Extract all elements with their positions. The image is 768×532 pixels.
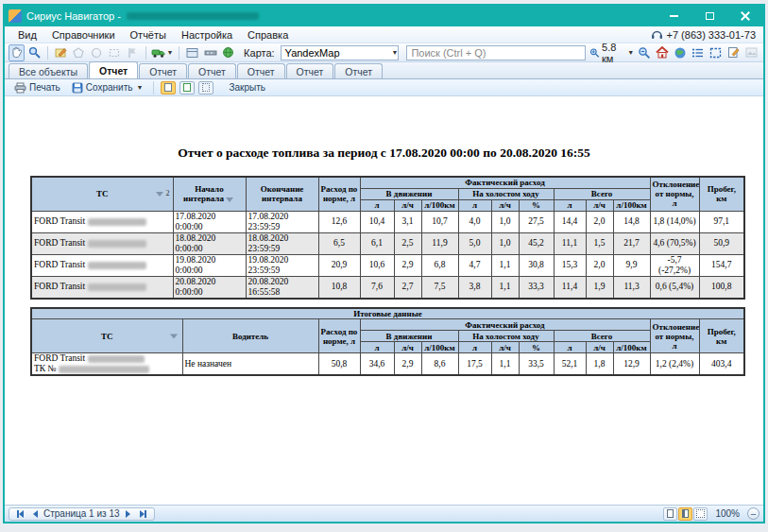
object-list-button[interactable] [690,44,706,61]
totals-table: Итоговые данные ТС Водитель Расход по но… [30,307,745,377]
vehicle-menu-button[interactable]: ▼ [150,44,174,61]
pencil-map-icon [55,46,67,59]
multi-page-button[interactable] [198,81,213,94]
tab-report-5[interactable]: Отчет [286,63,334,78]
col-header-tc[interactable]: ТС [31,319,182,353]
fit-page-button[interactable] [179,81,195,94]
value-cell: 12,9 [613,353,650,376]
zoom-tool-button[interactable] [26,44,43,61]
image-button [743,44,759,61]
col-header-mileage[interactable]: Пробег, км [699,319,744,353]
edit-map-button[interactable] [53,44,69,61]
fit-width-view-button[interactable] [678,507,692,521]
first-page-button[interactable] [13,508,26,520]
pan-tool-button[interactable] [9,44,25,61]
unit-header: л/100км [613,199,650,211]
next-page-button[interactable] [122,508,135,520]
geo-tools-button[interactable] [220,44,236,61]
redacted-plate [88,283,146,291]
zoom-page-button[interactable] [161,81,176,94]
col-header-end[interactable]: Окончание интервала [246,177,318,211]
prev-page-button[interactable] [28,508,42,520]
deviation-cell: 1,8 (14,0%) [650,211,699,232]
map-provider-value: YandexMap [285,47,391,59]
tab-report-4[interactable]: Отчет [237,63,285,78]
zoom-out-button[interactable] [636,44,652,61]
save-button[interactable]: Сохранить ▼ [68,81,147,94]
title-bar: Сириус Навигатор - [5,6,763,26]
value-cell: 2,9 [394,353,421,376]
menu-spravochniki[interactable]: Справочники [44,28,123,42]
zoom-out-slider-button[interactable]: − [747,507,759,520]
tab-report-6[interactable]: Отчет [334,63,383,78]
notes-button[interactable] [725,44,742,61]
select-area-button[interactable] [708,44,724,61]
last-page-button[interactable] [137,508,150,520]
table-row[interactable]: FORD Transit 17.08.2020 0:00:00 17.08.20… [31,211,744,232]
draw-circle-button [89,44,105,61]
tab-report-3[interactable]: Отчет [188,63,236,78]
minimize-icon [670,15,678,17]
single-page-view-button[interactable] [663,507,677,521]
col-header-idle: На холостом ходу [458,188,554,199]
table-row[interactable]: FORD Transit 20.08.2020 0:00:00 20.08.20… [31,276,744,299]
col-header-total: Всего [554,188,650,199]
panels-button[interactable] [184,44,200,61]
unit-header: л/100км [421,342,458,353]
close-report-button[interactable]: Закрыть [225,81,269,94]
print-button[interactable]: Печать [10,81,64,94]
redacted-company-name [127,12,259,20]
map-provider-select[interactable]: YandexMap ▼ [281,45,400,60]
col-header-norm[interactable]: Расход по норме, л [318,319,360,353]
col-header-norm[interactable]: Расход по норме, л [318,177,360,211]
world-map-button[interactable] [672,44,688,61]
panel-icon [186,47,198,59]
table-row[interactable]: FORD Transit ТК № Не назначен 50,8 34,6 … [31,353,744,376]
maximize-button[interactable] [691,6,727,26]
deviation-cell: -5,7 (-27,2%) [650,254,699,276]
col-header-mileage[interactable]: Пробег, км [699,177,744,211]
minimize-button[interactable] [656,6,691,26]
single-page-icon [667,509,674,518]
tab-label: Отчет [345,66,372,77]
table-row[interactable]: FORD Transit 18.08.2020 0:00:00 18.08.20… [31,232,744,254]
norm-cell: 50,8 [318,353,360,376]
circle-icon [91,47,102,59]
table-row[interactable]: FORD Transit 19.08.2020 0:00:00 19.08.20… [31,254,744,276]
col-header-start[interactable]: Начало интервала [173,177,246,211]
multi-page-view-button[interactable] [693,507,708,521]
col-header-moving: В движении [360,331,458,342]
zoom-out-icon [638,46,651,60]
hand-icon [10,46,23,59]
close-button[interactable] [727,6,763,26]
col-label: ТС [101,332,113,341]
col-header-deviation[interactable]: Отклонение от нормы, л [650,319,699,353]
tab-all-objects[interactable]: Все объекты [9,63,88,78]
route-button[interactable] [202,44,218,61]
home-button[interactable] [654,44,670,61]
menu-spravka[interactable]: Справка [240,28,296,42]
first-page-icon [19,510,24,518]
norm-cell: 12,6 [318,211,360,232]
tab-report-2[interactable]: Отчет [139,63,187,78]
start-cell: 19.08.2020 0:00:00 [173,254,246,276]
col-header-tc[interactable]: ТС 2 [31,177,173,211]
polygon-icon [73,47,84,59]
map-scale-control[interactable]: 5.8 км ▼ [589,42,634,64]
unit-header: л [360,342,394,353]
menu-otchety[interactable]: Отчёты [123,28,174,42]
col-header-driver[interactable]: Водитель [182,319,318,353]
start-cell: 18.08.2020 0:00:00 [173,232,246,254]
flag-icon [127,47,138,59]
end-cell: 17.08.2020 23:59:59 [246,211,318,232]
value-cell: 27,5 [519,211,554,232]
multi-page-icon [202,83,210,92]
mileage-cell: 100,8 [699,276,744,299]
menu-vid[interactable]: Вид [10,28,44,42]
col-header-deviation[interactable]: Отклонение от нормы, л [650,177,699,211]
value-cell: 7,5 [421,276,458,299]
search-input[interactable] [406,45,586,60]
menu-nastroyka[interactable]: Настройка [174,28,240,42]
save-label: Сохранить [86,82,133,93]
tab-report-1[interactable]: Отчет [89,61,138,78]
